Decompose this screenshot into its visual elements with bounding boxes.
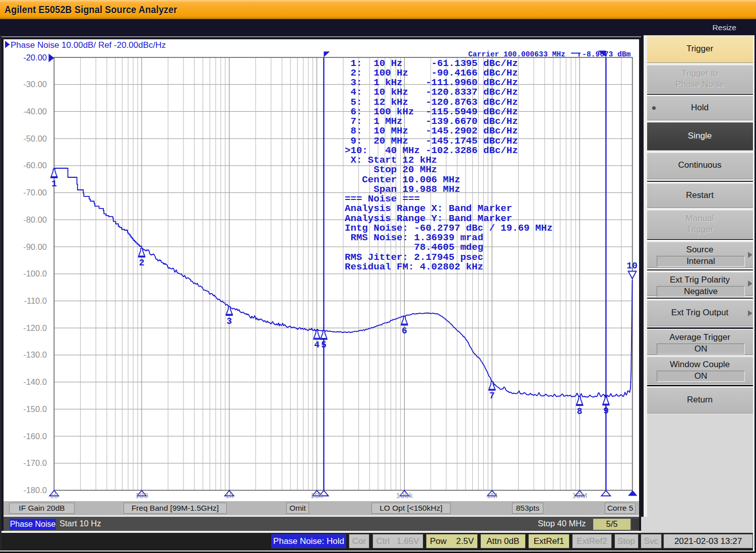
svg-text:-170.0: -170.0 bbox=[23, 458, 47, 467]
svg-text:2: 2 bbox=[139, 258, 145, 268]
svg-text:1: 1 bbox=[51, 179, 57, 189]
svg-text:7: 7 bbox=[489, 391, 495, 401]
svg-text:10: 10 bbox=[626, 261, 638, 271]
svg-text:9: 9 bbox=[603, 406, 609, 416]
svg-text:10M: 10M bbox=[572, 491, 587, 500]
svg-text:-140.0: -140.0 bbox=[23, 377, 47, 386]
svg-text:100k: 100k bbox=[396, 491, 413, 500]
svg-text:5: 5 bbox=[321, 340, 327, 350]
svg-text:10k: 10k bbox=[310, 491, 323, 500]
svg-text:-160.0: -160.0 bbox=[23, 432, 47, 441]
svg-text:-30.00: -30.00 bbox=[23, 80, 47, 89]
svg-text:-20.00: -20.00 bbox=[23, 53, 47, 62]
svg-text:8: 8 bbox=[577, 406, 583, 417]
svg-text:3: 3 bbox=[226, 316, 232, 326]
svg-text:-70.00: -70.00 bbox=[23, 188, 47, 197]
svg-text:-120.0: -120.0 bbox=[23, 323, 47, 332]
svg-text:-100.0: -100.0 bbox=[23, 269, 47, 278]
svg-text:4: 4 bbox=[314, 340, 320, 350]
svg-text:10: 10 bbox=[50, 491, 59, 500]
svg-text:-40.00: -40.00 bbox=[23, 107, 47, 116]
svg-text:1M: 1M bbox=[486, 491, 497, 500]
svg-text:-110.0: -110.0 bbox=[24, 296, 47, 305]
svg-text:1k: 1k bbox=[225, 491, 234, 500]
svg-text:-80.00: -80.00 bbox=[23, 215, 47, 224]
svg-text:-90.00: -90.00 bbox=[23, 242, 47, 251]
svg-text:-8.9673 dBm: -8.9673 dBm bbox=[582, 50, 631, 58]
svg-text:-130.0: -130.0 bbox=[23, 350, 47, 359]
svg-text:Phase Noise 10.00dB/ Ref -20.0: Phase Noise 10.00dB/ Ref -20.00dBc/Hz bbox=[11, 40, 166, 50]
svg-text:-60.00: -60.00 bbox=[23, 161, 47, 170]
svg-text:100: 100 bbox=[135, 491, 148, 500]
svg-text:6: 6 bbox=[402, 326, 407, 336]
svg-text:Residual FM: 4.02802 kHz: Residual FM: 4.02802 kHz bbox=[345, 261, 483, 272]
svg-text:-180.0: -180.0 bbox=[23, 486, 47, 495]
svg-text:Carrier 100.000633 MHz: Carrier 100.000633 MHz bbox=[468, 50, 565, 58]
svg-text:-150.0: -150.0 bbox=[23, 404, 47, 413]
svg-text:-50.00: -50.00 bbox=[23, 134, 47, 143]
